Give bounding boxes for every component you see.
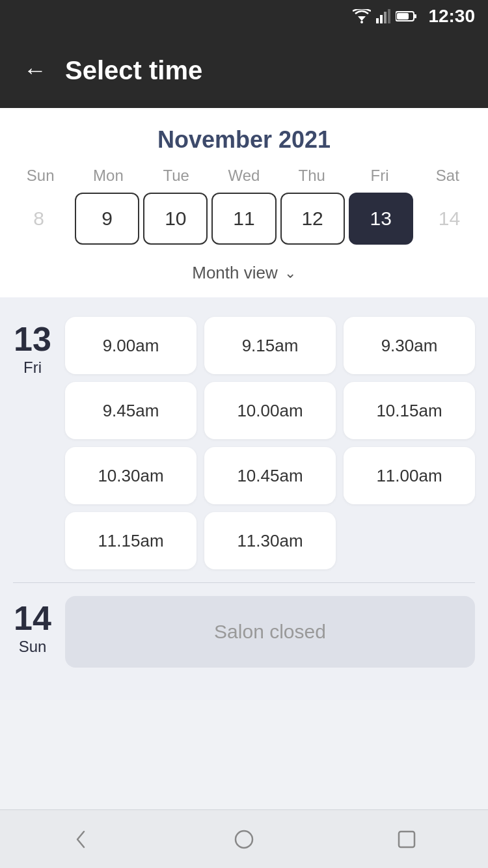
month-year-label: November 2021 — [0, 126, 488, 154]
recent-nav-icon — [395, 828, 418, 851]
svg-point-1 — [360, 21, 363, 23]
weekday-mon: Mon — [74, 167, 142, 185]
day-cell-9[interactable]: 9 — [75, 193, 139, 245]
status-time: 12:30 — [428, 6, 475, 27]
salon-closed-box: Salon closed — [65, 596, 475, 668]
day-14-number: 14 — [14, 601, 51, 635]
day-13-group: 13 Fri 9.00am 9.15am 9.30am 9.45am 10.00… — [13, 317, 475, 569]
day-14-label: 14 Sun — [13, 596, 52, 668]
day-14-group: 14 Sun Salon closed — [13, 596, 475, 668]
time-slot-1100am[interactable]: 11.00am — [344, 447, 475, 504]
chevron-down-icon: ⌄ — [284, 265, 296, 282]
day-cell-8[interactable]: 8 — [7, 193, 71, 245]
salon-closed-label: Salon closed — [214, 621, 326, 643]
status-bar: 12:30 — [0, 0, 488, 33]
week-row: 8 9 10 11 12 13 14 — [0, 193, 488, 245]
home-nav-icon — [232, 828, 256, 851]
day-13-time-grid: 9.00am 9.15am 9.30am 9.45am 10.00am 10.1… — [65, 317, 475, 569]
svg-rect-8 — [397, 13, 409, 20]
day-13-label: 13 Fri — [13, 317, 52, 569]
header: ← Select time — [0, 33, 488, 108]
svg-rect-7 — [414, 14, 416, 18]
weekday-headers: Sun Mon Tue Wed Thu Fri Sat — [0, 167, 488, 185]
svg-point-9 — [236, 831, 252, 848]
nav-home-button[interactable] — [224, 820, 264, 859]
weekday-tue: Tue — [142, 167, 210, 185]
bottom-nav — [0, 809, 488, 868]
calendar-section: November 2021 Sun Mon Tue Wed Thu Fri Sa… — [0, 108, 488, 297]
time-slot-1045am[interactable]: 10.45am — [204, 447, 336, 504]
time-section: 13 Fri 9.00am 9.15am 9.30am 9.45am 10.00… — [0, 297, 488, 700]
svg-rect-3 — [380, 15, 383, 23]
time-slot-915am[interactable]: 9.15am — [204, 317, 336, 374]
time-slot-1015am[interactable]: 10.15am — [344, 382, 475, 439]
day-13-number: 13 — [14, 322, 51, 356]
svg-rect-10 — [399, 832, 414, 847]
back-nav-icon — [70, 828, 93, 851]
month-view-label: Month view — [192, 263, 278, 283]
weekday-fri: Fri — [346, 167, 413, 185]
svg-rect-2 — [376, 18, 379, 23]
svg-rect-4 — [384, 12, 386, 23]
weekday-wed: Wed — [210, 167, 278, 185]
svg-rect-5 — [388, 9, 390, 23]
weekday-sat: Sat — [414, 167, 481, 185]
time-slot-1115am[interactable]: 11.15am — [65, 512, 197, 569]
day-13-name: Fri — [23, 359, 42, 377]
time-slot-1030am[interactable]: 10.30am — [65, 447, 197, 504]
time-slot-945am[interactable]: 9.45am — [65, 382, 197, 439]
day-cell-11[interactable]: 11 — [211, 193, 276, 245]
day-cell-13[interactable]: 13 — [349, 193, 413, 245]
day-divider — [13, 582, 475, 583]
page-title: Select time — [65, 56, 202, 85]
weekday-thu: Thu — [278, 167, 346, 185]
time-slot-930am[interactable]: 9.30am — [344, 317, 475, 374]
back-button[interactable]: ← — [23, 59, 47, 82]
time-slot-1000am[interactable]: 10.00am — [204, 382, 336, 439]
battery-icon — [396, 10, 416, 22]
time-slot-900am[interactable]: 9.00am — [65, 317, 197, 374]
day-cell-12[interactable]: 12 — [280, 193, 345, 245]
nav-back-button[interactable] — [62, 820, 101, 859]
nav-recent-button[interactable] — [387, 820, 426, 859]
day-14-name: Sun — [19, 638, 47, 656]
weekday-sun: Sun — [7, 167, 74, 185]
svg-marker-0 — [358, 16, 366, 21]
wifi-icon — [353, 9, 371, 23]
status-icons — [353, 9, 416, 23]
day-cell-14[interactable]: 14 — [417, 193, 481, 245]
time-slot-1130am[interactable]: 11.30am — [204, 512, 336, 569]
month-view-toggle[interactable]: Month view ⌄ — [0, 251, 488, 297]
signal-icon — [376, 9, 390, 23]
day-cell-10[interactable]: 10 — [143, 193, 208, 245]
